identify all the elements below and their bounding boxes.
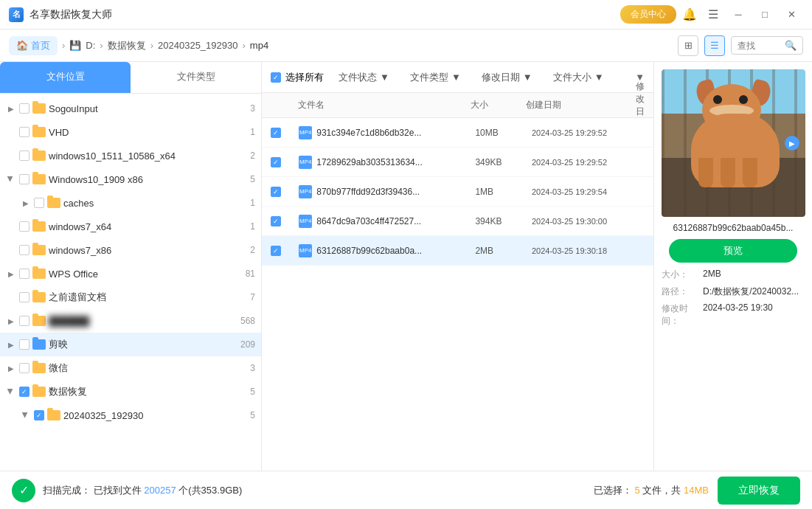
breadcrumb-sep2: › <box>100 40 103 51</box>
title-bar-right: 会员中心 🔔 ☰ ─ □ ✕ <box>620 4 803 25</box>
tree-item-vhd[interactable]: ▶ VHD 1 <box>0 120 261 144</box>
checkbox-win7x64[interactable] <box>19 221 30 232</box>
row1-checkbox[interactable]: ✓ <box>271 128 281 138</box>
label-win10-1909: Windows10_1909 x86 <box>49 174 247 185</box>
list-view-button[interactable]: ☰ <box>704 35 725 56</box>
file-status-filter[interactable]: 文件状态 ▼ <box>333 68 395 87</box>
table-row[interactable]: ✓ MP4 8647dc9a703c4ff472527... 394KB 202… <box>262 207 653 236</box>
checkbox-win10-1511[interactable] <box>19 150 30 161</box>
checkbox-wps[interactable] <box>19 269 30 279</box>
file-list: ✓ MP4 931c394e7c1d8b6db32e... 10MB 2024-… <box>262 118 653 471</box>
tree-item-weixin[interactable]: ▶ 微信 3 <box>0 356 261 380</box>
tree-item-win10-1511[interactable]: ▶ windows10_1511_10586_x64 2 <box>0 144 261 167</box>
maximize-button[interactable]: □ <box>753 4 777 25</box>
row3-file-icon: MP4 <box>299 185 312 198</box>
checkbox-vhd[interactable] <box>19 127 30 137</box>
row3-checkbox[interactable]: ✓ <box>271 187 281 197</box>
size-label: 大小： <box>662 269 698 281</box>
preview-next-arrow[interactable]: ▶ <box>785 136 799 150</box>
member-center-button[interactable]: 会员中心 <box>620 5 676 24</box>
select-all-checkbox[interactable]: ✓ <box>271 72 281 83</box>
selected-unit: 文件，共 <box>642 485 681 496</box>
checkbox-sogouinput[interactable] <box>19 103 30 114</box>
tree-item-win7x86[interactable]: ▶ windows7_x86 2 <box>0 238 261 262</box>
checkbox-20240325[interactable]: ✓ <box>34 410 44 420</box>
row3-size: 1MB <box>475 187 532 197</box>
tab-file-type[interactable]: 文件类型 <box>131 62 261 93</box>
file-type-filter[interactable]: 文件类型 ▼ <box>404 68 467 87</box>
folder-jianying <box>32 339 46 350</box>
header-size: 大小 <box>471 99 526 111</box>
file-type-label: 文件类型 <box>410 71 448 84</box>
tree-item-sogouinput[interactable]: ▶ SogouInput 3 <box>0 97 261 120</box>
modified-date-filter[interactable]: 修改日期 ▼ <box>476 68 538 87</box>
title-bar: 名 名享数据恢复大师 会员中心 🔔 ☰ ─ □ ✕ <box>0 0 812 30</box>
count-jianying: 209 <box>240 339 255 350</box>
row3-filename: 870b977ffdd92d3f39436... <box>316 187 420 197</box>
tab-file-location[interactable]: 文件位置 <box>0 62 131 93</box>
preview-button[interactable]: 预览 <box>669 239 798 263</box>
checkbox-weixin[interactable] <box>19 363 30 373</box>
tree-item-win10-1909[interactable]: ▶ Windows10_1909 x86 5 <box>0 167 261 191</box>
count-blurred: 568 <box>240 316 255 326</box>
home-button[interactable]: 🏠 首页 <box>9 36 58 55</box>
time-label: 修改时间： <box>662 302 698 328</box>
search-icon[interactable]: 🔍 <box>785 40 797 51</box>
table-row[interactable]: ✓ MP4 17289629ab3035313634... 349KB 2024… <box>262 148 653 177</box>
tree-item-20240325[interactable]: ▶ ✓ 20240325_192930 5 <box>0 404 261 427</box>
breadcrumb-path2[interactable]: 20240325_192930 <box>158 40 237 51</box>
folder-win7x86 <box>32 245 46 255</box>
tree-item-blurred[interactable]: ▶ ██████ 568 <box>0 309 261 333</box>
count-wps: 81 <box>246 269 255 279</box>
sidebar-tree: ▶ SogouInput 3 ▶ VHD 1 ▶ windows10_1511_… <box>0 94 261 471</box>
breadcrumb-path3[interactable]: mp4 <box>250 40 268 51</box>
select-all[interactable]: ✓ 选择所有 <box>271 71 324 84</box>
row4-checkbox[interactable]: ✓ <box>271 216 281 226</box>
menu-icon[interactable]: ☰ <box>703 4 723 25</box>
grid-view-button[interactable]: ⊞ <box>678 35 698 56</box>
notification-icon[interactable]: 🔔 <box>679 4 700 25</box>
arrow-caches: ▶ <box>21 198 31 208</box>
checkbox-blurred[interactable] <box>19 316 30 326</box>
table-row[interactable]: ✓ MP4 870b977ffdd92d3f39436... 1MB 2024-… <box>262 177 653 207</box>
info-row-time: 修改时间： 2024-03-25 19:30 <box>662 302 805 328</box>
checkbox-prev-docs[interactable] <box>19 292 30 302</box>
selected-info: 已选择： 5 文件，共 14MB <box>594 484 709 497</box>
file-size-filter[interactable]: 文件大小 ▼ <box>547 68 610 87</box>
tree-item-wps[interactable]: ▶ WPS Office 81 <box>0 262 261 285</box>
breadcrumb-sep3: › <box>150 40 153 51</box>
tree-item-data-recovery[interactable]: ▶ ✓ 数据恢复 5 <box>0 380 261 404</box>
label-vhd: VHD <box>49 127 247 138</box>
recover-button[interactable]: 立即恢复 <box>718 477 800 505</box>
tree-item-caches[interactable]: ▶ caches 1 <box>0 191 261 215</box>
table-row[interactable]: ✓ MP4 931c394e7c1d8b6db32e... 10MB 2024-… <box>262 118 653 148</box>
row5-file-icon: MP4 <box>299 244 312 257</box>
tree-item-prev-docs[interactable]: ▶ 之前遗留文档 7 <box>0 285 261 309</box>
label-caches: caches <box>63 198 247 209</box>
checkbox-data-recovery[interactable]: ✓ <box>19 387 30 397</box>
folder-data-recovery <box>32 387 46 397</box>
table-row[interactable]: ✓ MP4 63126887b99c62baab0a... 2MB 2024-0… <box>262 236 653 266</box>
row5-checkbox[interactable]: ✓ <box>271 246 281 256</box>
checkbox-win7x86[interactable] <box>19 245 30 255</box>
tree-item-jianying[interactable]: ▶ 剪映 209 <box>0 333 261 356</box>
row4-filename: 8647dc9a703c4ff472527... <box>316 216 421 226</box>
minimize-button[interactable]: ─ <box>726 4 750 25</box>
checkbox-win10-1909[interactable] <box>19 174 30 184</box>
app-logo: 名 <box>9 7 24 22</box>
close-button[interactable]: ✕ <box>780 4 803 25</box>
checkbox-jianying[interactable] <box>19 339 30 350</box>
row1-check: ✓ <box>271 128 299 138</box>
tree-item-win7x64[interactable]: ▶ windows7_x64 1 <box>0 215 261 238</box>
checkbox-caches[interactable] <box>34 198 44 208</box>
breadcrumb-path1[interactable]: 数据恢复 <box>108 39 146 52</box>
breadcrumb-sep4: › <box>242 40 245 51</box>
label-win7x64: windows7_x64 <box>49 221 247 232</box>
found-text: 已找到文件 <box>94 485 142 496</box>
row1-file-icon: MP4 <box>299 126 312 139</box>
search-input[interactable] <box>738 41 782 51</box>
breadcrumb-drive[interactable]: D: <box>86 40 95 51</box>
sidebar-tabs: 文件位置 文件类型 <box>0 62 261 94</box>
row2-checkbox[interactable]: ✓ <box>271 157 281 167</box>
preview-image-container: ▶ <box>662 69 805 217</box>
